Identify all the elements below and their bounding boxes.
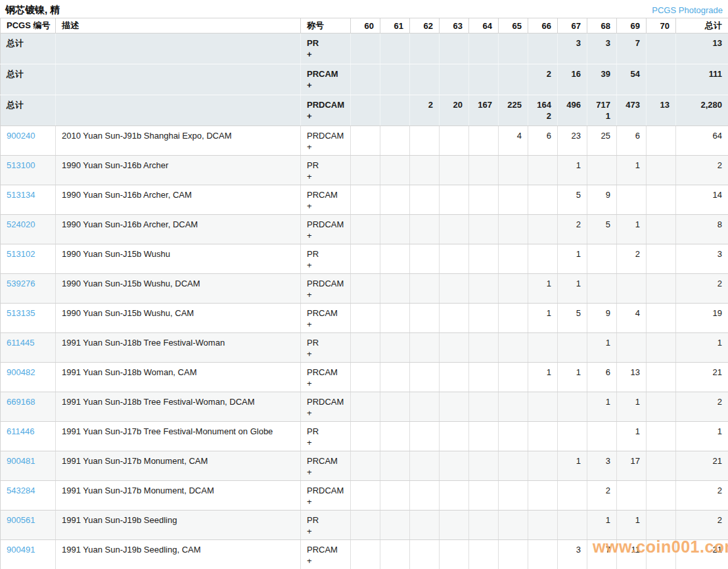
grade-cell-60 [351, 422, 380, 451]
pcgs-number-link[interactable]: 524020 [7, 219, 35, 229]
grade-cell-64-value [475, 396, 492, 407]
designation-cell-value: PRCAM [307, 68, 344, 80]
grade-cell-69: 4 [617, 304, 647, 333]
total-cell-plus-value [682, 526, 722, 537]
grade-cell-65-value [505, 544, 522, 555]
grade-cell-60-plus-value [357, 260, 374, 271]
description-cell-plus-value [62, 171, 294, 182]
grade-cell-65-value [505, 367, 522, 378]
total-cell-value: 13 [682, 37, 722, 49]
pcgs-number-link[interactable]: 900481 [7, 456, 35, 466]
grade-cell-60-value [357, 514, 374, 526]
grade-cell-67: 2 [558, 215, 587, 244]
grade-cell-62-value [416, 337, 433, 348]
header-total: 总计 [676, 18, 728, 34]
grade-cell-66 [528, 481, 558, 511]
grade-cell-64-value [475, 130, 492, 141]
grade-cell-62 [410, 511, 440, 540]
total-cell-plus-value [682, 467, 722, 478]
pcgs-number-link[interactable]: 513134 [7, 190, 35, 200]
summary-label-value: 总计 [7, 68, 49, 80]
pcgs-number-plus [7, 467, 49, 478]
pcgs-number-link[interactable]: 900482 [7, 367, 35, 377]
grade-cell-60 [351, 392, 380, 422]
pcgs-number-link[interactable]: 900240 [7, 131, 35, 141]
grade-cell-66-plus-value [534, 141, 551, 152]
grade-cell-64-plus-value [475, 348, 492, 359]
description-cell-value: 1990 Yuan Sun-J15b Wushu, CAM [62, 307, 294, 319]
pcgs-number: 539276 [7, 278, 49, 289]
summary-label-plus-value [7, 110, 49, 122]
summary-description-value [62, 68, 294, 80]
grade-cell-67: 16 [558, 64, 587, 95]
pcgs-number-link[interactable]: 543284 [7, 486, 35, 495]
grade-cell-69-plus-value [623, 80, 640, 91]
grade-cell-61-value [386, 130, 403, 141]
grade-cell-60-value [357, 37, 374, 49]
grade-cell-61-plus-value [386, 110, 403, 122]
grade-cell-60-value [357, 278, 374, 289]
data-row: 5131001990 Yuan Sun-J16b ArcherPR+112 [1, 156, 728, 185]
grade-cell-70 [647, 156, 676, 185]
grade-cell-61 [380, 95, 410, 126]
pcgs-number-link[interactable]: 611445 [7, 338, 34, 348]
pcgs-number-link[interactable]: 513100 [7, 160, 35, 170]
photograde-link[interactable]: PCGS Photograde [652, 5, 723, 15]
pcgs-number-link[interactable]: 539276 [7, 279, 35, 288]
pcgs-number-link[interactable]: 611446 [7, 426, 34, 436]
grade-cell-62-value [416, 396, 433, 407]
grade-cell-70-plus-value [652, 319, 670, 330]
pcgs-number-link[interactable]: 669168 [7, 397, 35, 407]
grade-cell-69-plus-value [623, 260, 640, 271]
grade-cell-62 [410, 156, 440, 185]
description-cell-value: 2010 Yuan Sun-J91b Shanghai Expo, DCAM [62, 130, 294, 141]
grade-cell-61-value [386, 219, 403, 230]
grade-cell-60-value [357, 189, 374, 200]
total-cell-plus-value [682, 319, 722, 330]
grade-cell-63-value [445, 278, 463, 289]
pcgs-number-cell: 513135 [1, 304, 56, 333]
pcgs-number-plus [7, 407, 49, 419]
designation-cell-value: PR [307, 160, 344, 171]
grade-cell-69-value: 11 [623, 544, 640, 555]
grade-cell-69-value: 17 [623, 455, 640, 467]
grade-cell-61-plus-value [386, 49, 403, 60]
grade-cell-70-plus-value [652, 171, 670, 182]
grade-cell-70 [647, 481, 676, 511]
description-cell: 1990 Yuan Sun-J16b Archer [56, 156, 301, 185]
population-table: PCGS 编号描述称号6061626364656667686970总计 总计PR… [0, 18, 728, 569]
grade-cell-67-value: 1 [564, 248, 581, 260]
pcgs-number-link[interactable]: 900561 [7, 515, 35, 525]
grade-cell-69-value: 1 [623, 160, 640, 171]
designation-cell-plus-value: + [307, 496, 344, 507]
grade-cell-61 [380, 451, 410, 481]
grade-cell-67: 5 [558, 185, 587, 215]
grade-cell-68-plus-value [593, 467, 610, 478]
description-cell: 1991 Yuan Sun-J17b Tree Festival-Monumen… [56, 422, 301, 451]
pcgs-number-link[interactable]: 513102 [7, 249, 35, 259]
description-cell: 1990 Yuan Sun-J15b Wushu, DCAM [56, 274, 301, 304]
grade-cell-61 [380, 185, 410, 215]
grade-cell-63-value [445, 130, 463, 141]
grade-cell-64-value [475, 37, 492, 49]
grade-cell-61-value [386, 396, 403, 407]
grade-cell-66-value [534, 396, 551, 407]
grade-cell-63-plus-value [445, 200, 463, 212]
grade-cell-67: 3 [558, 540, 587, 569]
pcgs-number-link[interactable]: 513135 [7, 308, 35, 318]
designation-cell: PR+ [301, 511, 351, 540]
pcgs-number-cell: 611445 [1, 333, 56, 363]
grade-cell-65-value [505, 278, 522, 289]
grade-cell-68-value [593, 160, 610, 171]
grade-cell-70-plus-value [652, 555, 670, 566]
grade-cell-70 [647, 540, 676, 569]
pcgs-number-link[interactable]: 900491 [7, 545, 35, 555]
header-pcgs-number: PCGS 编号 [1, 18, 56, 34]
grade-cell-68-value: 9 [593, 189, 610, 200]
total-cell-value: 2 [682, 514, 722, 526]
grade-cell-64: 167 [469, 95, 499, 126]
grade-cell-61-plus-value [386, 496, 403, 507]
grade-cell-63-plus-value [445, 230, 463, 241]
grade-cell-62-plus-value [416, 467, 433, 478]
grade-cell-66: 2 [528, 64, 558, 95]
